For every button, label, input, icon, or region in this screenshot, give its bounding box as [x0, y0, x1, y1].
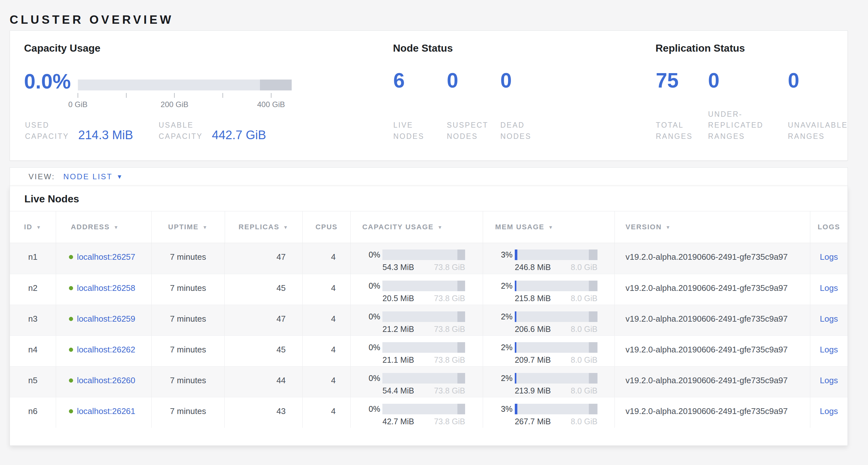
axis-tick: [126, 93, 127, 98]
node-mem-usage-cell: 2% 206.6 MiB 8.0 GiB: [483, 305, 615, 336]
node-replicas-cell: 44: [224, 367, 302, 397]
mem-total: 8.0 GiB: [571, 263, 597, 272]
summary-stat: 75TOTAL RANGES: [656, 70, 708, 142]
stat-value: 0: [447, 70, 500, 91]
column-label: MEM USAGE: [495, 223, 545, 231]
capacity-stat: USED CAPACITY214.3 MiB: [25, 120, 133, 142]
capacity-used: 42.7 MiB: [382, 417, 414, 426]
node-version-cell: v19.2.0-alpha.20190606-2491-gfe735c9a97: [615, 397, 810, 428]
capacity-usage-section: Capacity Usage 0.0% 0 GiB200 GiB400 GiB …: [24, 31, 361, 161]
cluster-summary-card: Capacity Usage 0.0% 0 GiB200 GiB400 GiB …: [10, 30, 848, 161]
mem-minibar: [515, 342, 597, 353]
node-address-link[interactable]: localhost:26261: [77, 406, 135, 416]
column-header-address[interactable]: ADDRESS▼: [56, 211, 151, 243]
node-address-cell: localhost:26258: [56, 274, 151, 304]
live-nodes-title: Live Nodes: [24, 193, 79, 205]
mem-minibar: [515, 250, 597, 260]
node-address-link[interactable]: localhost:26257: [77, 252, 135, 262]
node-address-link[interactable]: localhost:26259: [77, 314, 135, 324]
node-id-cell: n6: [10, 397, 56, 428]
mem-total: 8.0 GiB: [571, 355, 597, 365]
logs-link[interactable]: Logs: [820, 314, 838, 324]
capacity-minibar: [382, 404, 465, 414]
logs-link[interactable]: Logs: [820, 406, 838, 416]
table-header-row: ID▼ADDRESS▼UPTIME▼REPLICAS▼CPUSCAPACITY …: [10, 211, 847, 243]
view-label: VIEW:: [29, 172, 55, 181]
node-version-cell: v19.2.0-alpha.20190606-2491-gfe735c9a97: [615, 274, 810, 304]
node-address-link[interactable]: localhost:26260: [77, 376, 135, 385]
capacity-bar-other-segment: [260, 80, 292, 90]
node-health-dot-icon: [69, 286, 73, 290]
mem-percent: 3%: [483, 250, 513, 259]
capacity-used: 21.1 MiB: [382, 355, 414, 365]
logs-link[interactable]: Logs: [820, 283, 838, 293]
node-id-cell: n3: [10, 305, 56, 336]
summary-stat: 0SUSPECT NODES: [447, 70, 500, 142]
node-uptime-cell: 7 minutes: [151, 336, 225, 366]
capacity-used: 21.2 MiB: [382, 324, 414, 334]
capacity-percent: 0%: [351, 312, 380, 321]
column-header-replicas[interactable]: REPLICAS▼: [225, 211, 303, 243]
column-header-version[interactable]: VERSION▼: [615, 211, 810, 243]
stat-value: 442.7 GiB: [212, 129, 266, 142]
view-dropdown-value: NODE LIST: [63, 172, 113, 181]
node-mem-usage-cell: 2% 209.7 MiB 8.0 GiB: [483, 336, 615, 366]
node-address-cell: localhost:26259: [56, 305, 151, 336]
node-address-cell: localhost:26262: [56, 336, 151, 366]
capacity-minibar: [382, 250, 465, 260]
stat-value: 6: [393, 70, 447, 91]
node-mem-usage-cell: 2% 213.9 MiB 8.0 GiB: [483, 367, 615, 397]
summary-stat: 6LIVE NODES: [393, 70, 447, 142]
node-version-cell: v19.2.0-alpha.20190606-2491-gfe735c9a97: [615, 243, 810, 274]
capacity-total: 73.8 GiB: [434, 386, 465, 396]
view-dropdown[interactable]: NODE LIST ▾: [63, 172, 122, 181]
capacity-usage-title: Capacity Usage: [24, 42, 100, 54]
column-header-id[interactable]: ID▼: [10, 211, 56, 243]
mem-minibar: [515, 281, 597, 291]
node-cpus-cell: 4: [302, 243, 350, 274]
logs-link[interactable]: Logs: [820, 252, 838, 262]
node-address-link[interactable]: localhost:26258: [77, 283, 135, 293]
node-capacity-usage-cell: 0% 54.4 MiB 73.8 GiB: [350, 367, 483, 397]
capacity-percent: 0%: [351, 281, 380, 291]
logs-link[interactable]: Logs: [820, 345, 838, 355]
node-capacity-usage-cell: 0% 42.7 MiB 73.8 GiB: [350, 397, 483, 428]
node-id-cell: n4: [10, 336, 56, 366]
node-mem-usage-cell: 2% 215.8 MiB 8.0 GiB: [483, 274, 615, 304]
node-replicas-cell: 47: [224, 305, 302, 336]
node-replicas-cell: 43: [224, 397, 302, 428]
capacity-percent: 0%: [351, 343, 380, 352]
mem-used: 206.6 MiB: [515, 324, 551, 334]
axis-tick: [222, 93, 223, 98]
node-logs-cell: Logs: [810, 367, 847, 397]
sort-desc-icon: ▼: [203, 225, 208, 230]
stat-label: SUSPECT NODES: [447, 120, 500, 142]
node-version-cell: v19.2.0-alpha.20190606-2491-gfe735c9a97: [615, 305, 810, 336]
capacity-minibar: [382, 281, 465, 291]
node-address-link[interactable]: localhost:26262: [77, 345, 135, 355]
column-header-uptime[interactable]: UPTIME▼: [151, 211, 225, 243]
sort-desc-icon: ▼: [283, 225, 289, 230]
node-cpus-cell: 4: [302, 336, 350, 366]
column-header-cap[interactable]: CAPACITY USAGE▼: [350, 211, 483, 243]
table-row: n4 localhost:26262 7 minutes 45 4 0% 21.…: [10, 336, 847, 366]
axis-tick-label: 400 GiB: [257, 100, 285, 109]
sort-desc-icon: ▼: [36, 225, 42, 230]
column-header-mem[interactable]: MEM USAGE▼: [483, 211, 615, 243]
column-label: ADDRESS: [71, 223, 110, 231]
column-label: LOGS: [818, 223, 840, 231]
column-header-logs: LOGS: [810, 211, 847, 243]
column-header-cpus: CPUS: [302, 211, 350, 243]
node-capacity-usage-cell: 0% 20.5 MiB 73.8 GiB: [350, 274, 483, 304]
logs-link[interactable]: Logs: [820, 376, 838, 385]
capacity-percent: 0%: [351, 404, 380, 414]
mem-total: 8.0 GiB: [571, 294, 597, 303]
mem-minibar: [515, 404, 597, 414]
capacity-percent: 0%: [351, 374, 380, 383]
capacity-percent-value: 0.0%: [24, 71, 71, 92]
node-uptime-cell: 7 minutes: [151, 397, 225, 428]
column-label: REPLICAS: [239, 223, 279, 231]
node-address-cell: localhost:26261: [56, 397, 151, 428]
table-row: n1 localhost:26257 7 minutes 47 4 0% 54.…: [10, 243, 847, 274]
node-capacity-usage-cell: 0% 21.1 MiB 73.8 GiB: [350, 336, 483, 366]
